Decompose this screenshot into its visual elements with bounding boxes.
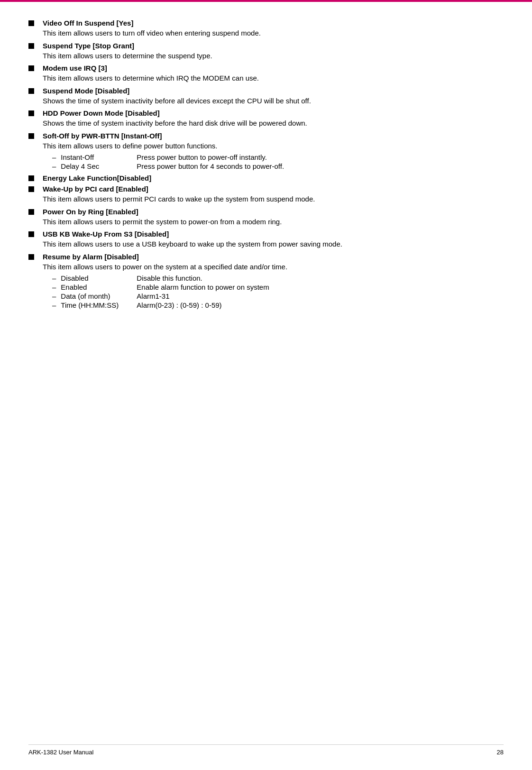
item-desc-power-on-ring: This item allows users to permit the sys… [43,217,504,228]
sub-value: Enable alarm function to power on system [137,283,269,291]
sub-content-resume-alarm-1: EnabledEnable alarm function to power on… [61,283,269,291]
item-content-suspend-mode: Suspend Mode [Disabled]Shows the time of… [43,87,504,107]
sub-label: Disabled [61,274,137,282]
bullet-square [28,20,34,26]
bullet-square [28,43,34,49]
sub-value: Press power button for 4 seconds to powe… [137,162,284,170]
sub-content-resume-alarm-2: Data (of month)Alarm1-31 [61,292,169,300]
sub-item-soft-off-1: –Delay 4 SecPress power button for 4 sec… [43,162,504,170]
sub-label: Enabled [61,283,137,291]
item-content-suspend-type: Suspend Type [Stop Grant]This item allow… [43,42,504,62]
item-title-suspend-mode: Suspend Mode [Disabled] [43,87,504,95]
sub-content-soft-off-0: Instant-OffPress power button to power-o… [61,153,267,161]
item-desc-suspend-mode: Shows the time of system inactivity befo… [43,96,504,107]
bullet-item-power-on-ring: Power On by Ring [Enabled]This item allo… [28,208,504,228]
bullet-square [28,231,34,237]
bullet-square [28,254,34,260]
bullet-item-wake-up-pci: Wake-Up by PCI card [Enabled]This item a… [28,185,504,205]
bullet-square [28,88,34,94]
main-list: Video Off In Suspend [Yes]This item allo… [28,19,504,310]
item-title-video-off: Video Off In Suspend [Yes] [43,19,504,27]
page-container: Video Off In Suspend [Yes]This item allo… [0,0,532,770]
item-title-energy-lake: Energy Lake Function[Disabled] [43,174,504,182]
bullet-item-suspend-mode: Suspend Mode [Disabled]Shows the time of… [28,87,504,107]
item-content-modem-irq: Modem use IRQ [3]This item allows users … [43,64,504,84]
item-title-modem-irq: Modem use IRQ [3] [43,64,504,72]
sub-label: Delay 4 Sec [61,162,137,170]
sub-list-resume-alarm: –DisabledDisable this function.–EnabledE… [43,274,504,309]
item-desc-resume-alarm: This item allows users to power on the s… [43,262,504,273]
sub-value: Disable this function. [137,274,202,282]
footer-right: 28 [497,749,504,756]
dash-icon: – [52,292,56,300]
sub-value: Press power button to power-off instantl… [137,153,267,161]
item-desc-usb-wake: This item allows users to use a USB keyb… [43,239,504,250]
footer-left: ARK-1382 User Manual [28,749,93,756]
sub-item-resume-alarm-3: –Time (HH:MM:SS)Alarm(0-23) : (0-59) : 0… [43,301,504,309]
item-desc-video-off: This item allows users to turn off video… [43,28,504,39]
dash-icon: – [52,301,56,309]
dash-icon: – [52,153,56,161]
item-content-power-on-ring: Power On by Ring [Enabled]This item allo… [43,208,504,228]
bullet-item-suspend-type: Suspend Type [Stop Grant]This item allow… [28,42,504,62]
bullet-item-modem-irq: Modem use IRQ [3]This item allows users … [28,64,504,84]
sub-value: Alarm1-31 [137,292,169,300]
item-desc-soft-off: This item allows users to define power b… [43,141,504,152]
item-title-resume-alarm: Resume by Alarm [Disabled] [43,253,504,261]
item-content-energy-lake: Energy Lake Function[Disabled] [43,174,504,182]
bullet-item-usb-wake: USB KB Wake-Up From S3 [Disabled]This it… [28,230,504,250]
item-desc-modem-irq: This item allows users to determine whic… [43,73,504,84]
item-title-usb-wake: USB KB Wake-Up From S3 [Disabled] [43,230,504,238]
dash-icon: – [52,283,56,291]
sub-item-resume-alarm-0: –DisabledDisable this function. [43,274,504,282]
content-area: Video Off In Suspend [Yes]This item allo… [28,19,504,310]
item-content-resume-alarm: Resume by Alarm [Disabled]This item allo… [43,253,504,311]
bullet-square [28,186,34,192]
sub-label: Instant-Off [61,153,137,161]
sub-item-resume-alarm-1: –EnabledEnable alarm function to power o… [43,283,504,291]
item-title-wake-up-pci: Wake-Up by PCI card [Enabled] [43,185,504,193]
sub-value: Alarm(0-23) : (0-59) : 0-59) [137,301,221,309]
bullet-item-hdd-power: HDD Power Down Mode [Disabled]Shows the … [28,109,504,129]
dash-icon: – [52,162,56,170]
bullet-square [28,209,34,215]
sub-item-soft-off-0: –Instant-OffPress power button to power-… [43,153,504,161]
top-border [0,0,532,2]
bullet-square [28,133,34,139]
item-content-video-off: Video Off In Suspend [Yes]This item allo… [43,19,504,39]
dash-icon: – [52,274,56,282]
bullet-item-video-off: Video Off In Suspend [Yes]This item allo… [28,19,504,39]
sub-list-soft-off: –Instant-OffPress power button to power-… [43,153,504,170]
sub-content-resume-alarm-3: Time (HH:MM:SS)Alarm(0-23) : (0-59) : 0-… [61,301,221,309]
bullet-square [28,65,34,71]
item-content-hdd-power: HDD Power Down Mode [Disabled]Shows the … [43,109,504,129]
bullet-square [28,110,34,116]
sub-content-resume-alarm-0: DisabledDisable this function. [61,274,202,282]
bullet-item-resume-alarm: Resume by Alarm [Disabled]This item allo… [28,253,504,311]
sub-label: Time (HH:MM:SS) [61,301,137,309]
sub-label: Data (of month) [61,292,137,300]
item-desc-suspend-type: This item allows users to determine the … [43,51,504,62]
item-content-usb-wake: USB KB Wake-Up From S3 [Disabled]This it… [43,230,504,250]
bullet-item-soft-off: Soft-Off by PWR-BTTN [Instant-Off]This i… [28,132,504,172]
bullet-square [28,175,34,181]
bullet-item-energy-lake: Energy Lake Function[Disabled] [28,174,504,182]
item-title-power-on-ring: Power On by Ring [Enabled] [43,208,504,216]
item-desc-hdd-power: Shows the time of system inactivity befo… [43,118,504,129]
item-content-wake-up-pci: Wake-Up by PCI card [Enabled]This item a… [43,185,504,205]
sub-item-resume-alarm-2: –Data (of month)Alarm1-31 [43,292,504,300]
item-content-soft-off: Soft-Off by PWR-BTTN [Instant-Off]This i… [43,132,504,172]
footer: ARK-1382 User Manual 28 [28,744,504,756]
item-title-suspend-type: Suspend Type [Stop Grant] [43,42,504,50]
sub-content-soft-off-1: Delay 4 SecPress power button for 4 seco… [61,162,284,170]
item-desc-wake-up-pci: This item allows users to permit PCI car… [43,194,504,205]
item-title-hdd-power: HDD Power Down Mode [Disabled] [43,109,504,117]
item-title-soft-off: Soft-Off by PWR-BTTN [Instant-Off] [43,132,504,140]
